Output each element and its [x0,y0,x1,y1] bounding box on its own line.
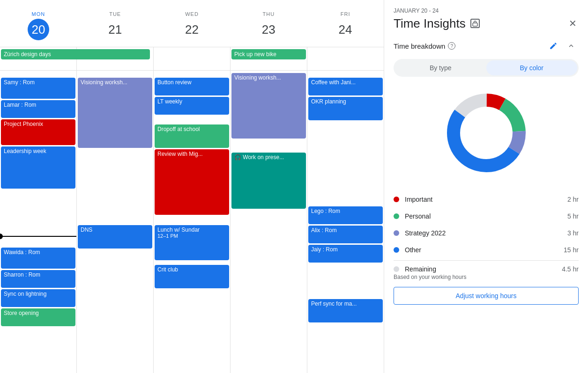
legend-name-personal: Personal [405,212,431,220]
event-dns[interactable]: DNS [78,225,152,249]
legend-name-remaining: Remaining [405,265,436,273]
legend-item-important: Important 2 hr [394,191,579,208]
legend-item-other: Other 15 hr [394,241,579,258]
remaining-sub: Based on your working hours [394,274,579,280]
event-work-prese[interactable]: 🎧 Work on prese... [231,153,306,209]
calendar-header: MON 20 TUE 21 WED 22 THU 23 FRI 24 [0,0,384,47]
legend-dot-remaining [394,266,399,272]
event-okr-planning[interactable]: OKR planning [308,97,383,120]
day-number-fri[interactable]: 24 [335,19,356,40]
event-leadership-week[interactable]: Leadership week [1,146,75,189]
day-number-wed[interactable]: 22 [181,19,202,40]
edit-button[interactable] [546,38,561,53]
event-visioning-tue[interactable]: Visioning worksh... [78,78,152,148]
allday-event-bike[interactable]: Pick up new bike [231,49,306,59]
lock-icon [470,19,480,28]
day-name-mon: MON [32,11,45,17]
event-jaiy-rom[interactable]: Jaiy : Rom [308,245,383,263]
day-name-tue: TUE [109,11,121,17]
day-name-wed: WED [185,11,199,17]
event-store-opening[interactable]: Store opening [1,308,75,326]
event-dropoff[interactable]: Dropoff at school [155,124,229,148]
toggle-row: By type By color [394,59,579,77]
svg-rect-0 [473,23,477,26]
day-header-fri[interactable]: FRI 24 [307,0,384,47]
legend-value-other: 15 hr [564,246,579,254]
close-button[interactable]: ✕ [567,16,579,31]
day-name-fri: FRI [341,11,350,17]
events-col-fri: Coffee with Jani... OKR planning Lego : … [307,71,384,373]
allday-cell-wed [154,47,231,70]
allday-cell-fri [307,47,384,70]
events-col-thu: Visioning worksh... 🎧 Work on prese... [231,71,307,373]
event-lt-weekly[interactable]: LT weekly [155,97,229,115]
legend-name-strategy: Strategy 2022 [405,229,446,237]
help-icon[interactable]: ? [448,42,455,50]
time-breakdown-row: Time breakdown ? [394,38,579,53]
legend-dot-other [394,247,399,253]
legend-dot-strategy [394,230,399,236]
adjust-working-hours-button[interactable]: Adjust working hours [394,287,579,305]
legend-value-important: 2 hr [567,196,579,203]
events-col-wed: Dropoff at school Button review LT weekl… [154,71,231,373]
day-number-mon[interactable]: 20 [28,19,49,40]
legend-left-other: Other [394,246,421,254]
allday-cell-tue [77,47,154,70]
calendar-panel: MON 20 TUE 21 WED 22 THU 23 FRI 24 Züric… [0,0,384,373]
events-col-mon: Samy : Rom Lamar : Rom Project Phoenix L… [0,71,77,373]
event-wawida-rom[interactable]: Wawida : Rom [1,248,75,269]
day-name-thu: THU [262,11,275,17]
events-area: Samy : Rom Lamar : Rom Project Phoenix L… [0,71,384,373]
breakdown-actions [546,38,579,53]
event-perf-sync[interactable]: Perf sync for ma... [308,299,383,322]
event-button-review[interactable]: Button review [155,78,229,95]
event-samy-rom[interactable]: Samy : Rom [1,78,75,99]
event-project-phoenix[interactable]: Project Phoenix [1,119,75,145]
event-lamar-rom[interactable]: Lamar : Rom [1,100,75,118]
event-sync-lightning[interactable]: Sync on lightning [1,289,75,307]
legend-left-remaining: Remaining [394,265,436,273]
remaining-row: Remaining 4.5 hr [394,265,579,273]
event-crit-club[interactable]: Crit club [155,265,229,288]
event-sharron-rom[interactable]: Sharron : Rom [1,270,75,288]
day-number-tue[interactable]: 21 [104,19,126,40]
timeline-dot [0,234,3,239]
day-header-thu[interactable]: THU 23 [230,0,307,47]
toggle-by-type[interactable]: By type [395,60,486,75]
event-lunch-sundar[interactable]: Lunch w/ Sundar12–1 PM [155,225,229,260]
day-number-thu[interactable]: 23 [258,19,279,40]
day-header-wed[interactable]: WED 22 [154,0,231,47]
legend-name-important: Important [405,196,432,203]
event-visioning-thu[interactable]: Visioning worksh... [231,73,306,139]
time-breakdown-text: Time breakdown [394,42,445,50]
legend-value-strategy: 3 hr [567,229,579,237]
legend-value-remaining: 4.5 hr [562,265,579,273]
day-header-tue[interactable]: TUE 21 [77,0,154,47]
legend-dot-personal [394,213,399,219]
legend-left-important: Important [394,196,432,203]
legend-dot-important [394,197,399,202]
panel-title: Time Insights [394,16,480,31]
collapse-button[interactable] [564,38,579,53]
toggle-by-color[interactable]: By color [486,60,578,75]
event-review-mig[interactable]: Review with Mig... [155,149,229,215]
panel-title-text: Time Insights [394,16,466,31]
legend-left-strategy: Strategy 2022 [394,229,446,237]
legend-list: Important 2 hr Personal 5 hr Strategy 20… [394,191,579,258]
panel-date-range: JANUARY 20 - 24 [394,7,579,14]
event-coffee-jani[interactable]: Coffee with Jani... [308,78,383,95]
legend-left-personal: Personal [394,212,431,220]
remaining-section: Remaining 4.5 hr Based on your working h… [394,260,579,280]
legend-item-personal: Personal 5 hr [394,208,579,225]
legend-item-strategy: Strategy 2022 3 hr [394,225,579,241]
donut-chart [439,86,533,180]
time-breakdown-label: Time breakdown ? [394,42,455,50]
event-lego-rom[interactable]: Lego : Rom [308,206,383,224]
day-header-mon[interactable]: MON 20 [0,0,77,47]
allday-row: Zürich design days Pick up new bike [0,47,384,71]
events-col-tue: Visioning worksh... DNS [77,71,154,373]
panel-title-row: Time Insights ✕ [394,16,579,31]
timeline-now [0,236,76,237]
allday-cell-thu: Pick up new bike [231,47,307,70]
event-alix-rom[interactable]: Alix : Rom [308,226,383,243]
